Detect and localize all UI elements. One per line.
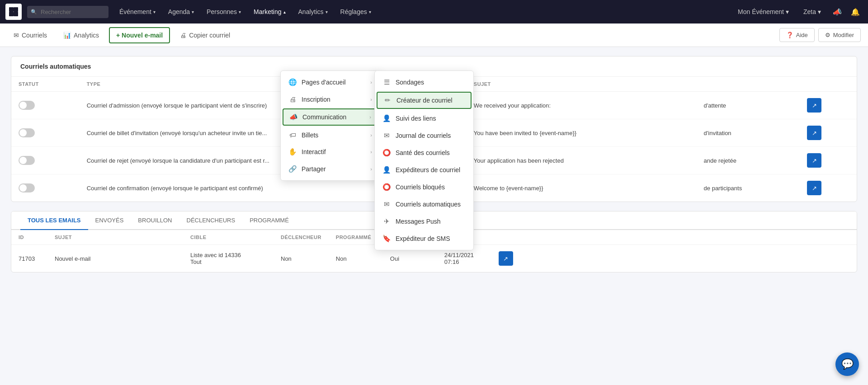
menu-item-suivi-liens[interactable]: 👤 Suivi des liens	[375, 110, 473, 127]
sub-navigation: ✉ Courriels 📊 Analytics + Nouvel e-mail …	[0, 23, 868, 47]
menu-item-push[interactable]: ✈ Messages Push	[375, 213, 473, 230]
sms-icon: 🔖	[382, 235, 391, 243]
menu-item-inscription[interactable]: 🖨 Inscription ›	[281, 91, 379, 108]
external-link-icon[interactable]: ↗	[807, 181, 821, 195]
search-input[interactable]	[27, 6, 108, 18]
chevron-right-icon: ›	[370, 80, 372, 85]
survey-icon: ☰	[382, 78, 391, 86]
sujet-cell: Nouvel e-mail	[47, 245, 183, 272]
journal-icon: ✉	[382, 131, 391, 140]
chevron-right-icon: ›	[370, 97, 372, 102]
tab-programme[interactable]: PROGRAMMÉ	[242, 211, 296, 230]
sujet-cell: We received your application:	[467, 92, 697, 119]
chevron-down-icon: ▾	[326, 9, 328, 14]
tracking-icon: 👤	[382, 114, 391, 122]
action-cell: ↗	[800, 92, 857, 119]
print-icon: 🖨	[288, 95, 297, 103]
nav-zeta[interactable]: Zeta ▾	[798, 5, 826, 18]
svg-rect-2	[9, 12, 14, 16]
menu-item-partager[interactable]: 🔗 Partager ›	[281, 160, 379, 178]
menu-item-billets[interactable]: 🏷 Billets ›	[281, 127, 379, 143]
menu-item-sms[interactable]: 🔖 Expéditeur de SMS	[375, 230, 473, 247]
notification-icon[interactable]: 🔔	[848, 5, 863, 19]
menu-item-createur-courriel[interactable]: ✏ Créateur de courriel	[377, 92, 472, 109]
col-declencheur	[697, 77, 857, 92]
top-navigation: Événement ▾ Agenda ▾ Personnes ▾ Marketi…	[0, 0, 868, 23]
external-link-icon[interactable]: ↗	[807, 153, 821, 168]
menu-item-communication[interactable]: 📣 Communication ›	[283, 108, 377, 126]
chevron-down-icon: ▾	[192, 9, 194, 14]
tab-brouillon[interactable]: BROUILLON	[131, 211, 179, 230]
dec-cell: d'attente	[697, 92, 800, 119]
communication-dropdown: ☰ Sondages ✏ Créateur de courriel 👤 Suiv…	[374, 70, 474, 250]
megaphone-icon: 📣	[289, 113, 298, 121]
menu-item-bloques[interactable]: ⭕ Courriels bloqués	[375, 178, 473, 196]
status-toggle[interactable]	[19, 101, 35, 110]
status-toggle[interactable]	[19, 183, 35, 192]
col-sujet: SUJET	[47, 230, 183, 245]
chevron-down-icon: ▾	[818, 8, 821, 15]
search-wrapper	[27, 6, 108, 18]
main-content: Courriels automatiques STATUT TYPE SUJET…	[0, 47, 868, 291]
nav-item-analytics[interactable]: Analytics ▾	[293, 5, 333, 18]
chevron-right-icon: ›	[369, 114, 371, 120]
nav-item-reglages[interactable]: Réglages ▾	[335, 5, 377, 18]
menu-item-journal[interactable]: ✉ Journal de courriels	[375, 127, 473, 144]
menu-item-pages-accueil[interactable]: 🌐 Pages d'accueil ›	[281, 74, 379, 91]
status-toggle[interactable]	[19, 156, 35, 165]
menu-item-expediteurs[interactable]: 👤 Expéditeurs de courriel	[375, 161, 473, 178]
id-cell: 71703	[11, 245, 47, 272]
nav-item-evenement[interactable]: Événement ▾	[114, 5, 161, 18]
chevron-right-icon: ›	[370, 149, 372, 155]
chevron-down-icon: ▾	[153, 9, 156, 14]
chevron-up-icon: ▴	[283, 9, 286, 14]
nav-item-agenda[interactable]: Agenda ▾	[163, 5, 199, 18]
chevron-down-icon: ▾	[369, 9, 371, 14]
subnav-copy-email[interactable]: 🖨 Copier courriel	[174, 28, 236, 42]
auto-mail-icon: ✉	[382, 200, 391, 208]
external-link-icon[interactable]: ↗	[499, 251, 513, 266]
push-icon: ✈	[382, 217, 391, 225]
status-toggle[interactable]	[19, 128, 35, 137]
chevron-right-icon: ›	[370, 132, 372, 138]
subnav-analytics[interactable]: 📊 Analytics	[57, 28, 105, 42]
menu-item-auto-courriels[interactable]: ✉ Courriels automatiques	[375, 196, 473, 213]
new-email-button[interactable]: + Nouvel e-mail	[109, 27, 170, 43]
tab-envoyes[interactable]: ENVOYÉS	[88, 211, 131, 230]
app-logo	[5, 4, 22, 20]
dec-cell: Non	[274, 245, 329, 272]
col-sujet: SUJET	[467, 77, 697, 92]
announcement-icon[interactable]: 📣	[830, 5, 844, 19]
external-link-icon[interactable]: ↗	[807, 98, 821, 113]
nav-item-marketing[interactable]: Marketing ▴	[248, 5, 291, 18]
edit-icon: ✏	[383, 96, 392, 104]
modifier-button[interactable]: ⚙ Modifier	[818, 28, 861, 42]
chevron-down-icon: ▾	[786, 8, 789, 15]
health-icon: ⭕	[382, 149, 391, 157]
svg-rect-3	[14, 12, 18, 16]
nav-right-section: Mon Événement ▾ Zeta ▾ 📣 🔔	[732, 5, 863, 19]
gear-icon: ⚙	[825, 32, 830, 38]
col-statut: STATUT	[11, 77, 80, 92]
col-cible: CIBLE	[183, 230, 274, 245]
tab-declencheurs[interactable]: DÉCLENCHEURS	[179, 211, 243, 230]
col-id: ID	[11, 230, 47, 245]
subnav-right: ❓ Aide ⚙ Modifier	[779, 28, 861, 42]
nav-mon-evenement[interactable]: Mon Événement ▾	[732, 5, 794, 18]
svg-rect-0	[9, 7, 14, 12]
cible-cell: Liste avec id 14336 Tout	[183, 245, 274, 272]
help-button[interactable]: ❓ Aide	[779, 28, 815, 42]
menu-item-interactif[interactable]: ✋ Interactif ›	[281, 143, 379, 160]
subnav-courriels[interactable]: ✉ Courriels	[7, 28, 53, 42]
sender-icon: 👤	[382, 166, 391, 174]
menu-item-sante[interactable]: ⭕ Santé des courriels	[375, 144, 473, 161]
tab-tous-emails[interactable]: TOUS LES EMAILS	[20, 211, 88, 230]
external-link-icon[interactable]: ↗	[807, 126, 821, 140]
nav-item-personnes[interactable]: Personnes ▾	[201, 5, 246, 18]
menu-item-sondages[interactable]: ☰ Sondages	[375, 74, 473, 91]
chevron-right-icon: ›	[370, 166, 372, 172]
tag-icon: 🏷	[288, 131, 297, 139]
chevron-down-icon: ▾	[239, 9, 241, 14]
copy-icon: 🖨	[180, 32, 186, 39]
toggle-cell	[11, 92, 80, 119]
